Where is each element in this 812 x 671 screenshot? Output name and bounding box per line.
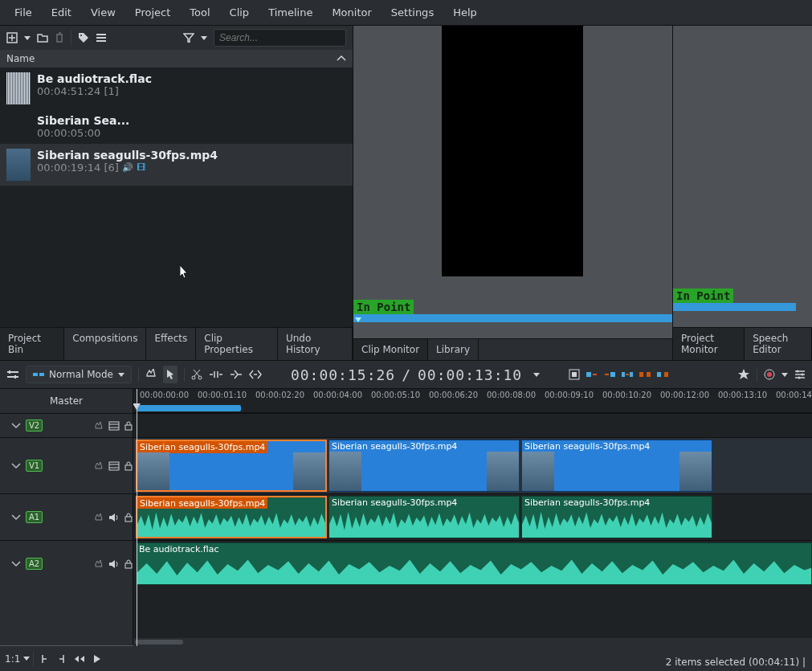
menu-monitor[interactable]: Monitor [322, 3, 381, 22]
collapse-icon[interactable] [337, 55, 346, 62]
tab-clip-properties[interactable]: Clip Properties [196, 328, 278, 360]
zone-out-icon[interactable] [604, 370, 615, 379]
collapse-icon[interactable] [11, 561, 21, 567]
cut-icon[interactable] [191, 369, 202, 380]
mute-icon[interactable] [108, 513, 120, 522]
fx-icon[interactable] [94, 559, 104, 569]
fx-icon[interactable] [94, 421, 104, 431]
menu-tool[interactable]: Tool [180, 3, 219, 22]
timeline-zone[interactable] [137, 405, 241, 411]
bin-header[interactable]: Name [0, 50, 353, 68]
menu-file[interactable]: File [5, 3, 42, 22]
search-input[interactable] [214, 29, 346, 47]
menu-edit[interactable]: Edit [42, 3, 81, 22]
track-lane-v1[interactable]: Siberian seagulls-30fps.mp4 Siberian sea… [133, 437, 812, 493]
bin-item[interactable]: Be audiotrack.flac 00:04:51:24 [1] [0, 68, 353, 109]
extract-icon[interactable] [622, 370, 633, 379]
track-header-v1[interactable]: V1 [0, 437, 133, 493]
track-header-a2[interactable]: A2 [0, 540, 133, 587]
mix-icon[interactable] [569, 369, 580, 380]
menu-settings[interactable]: Settings [382, 3, 443, 22]
monitor-scrubber[interactable] [353, 314, 672, 322]
set-in-icon[interactable] [37, 652, 51, 666]
playhead[interactable] [137, 389, 137, 646]
tab-compositions[interactable]: Compositions [64, 328, 146, 360]
scrollbar[interactable] [133, 638, 812, 646]
tab-library[interactable]: Library [428, 339, 479, 360]
menu-view[interactable]: View [81, 3, 125, 22]
collapse-icon[interactable] [11, 514, 21, 521]
insert-icon[interactable] [230, 370, 243, 379]
collapse-icon[interactable] [11, 463, 21, 469]
track-header-a1[interactable]: A1 [0, 493, 133, 540]
track-lane-a1[interactable]: Siberian seagulls-30fps.mp4 Siberian sea… [133, 493, 812, 540]
video-clip[interactable]: Siberian seagulls-30fps.mp4 [521, 440, 712, 492]
track-header-v2[interactable]: V2 [0, 413, 133, 437]
play-icon[interactable] [90, 652, 104, 666]
project-monitor[interactable]: In Point [673, 26, 812, 327]
fx-icon[interactable] [94, 461, 104, 471]
master-label[interactable]: Master [0, 389, 133, 413]
menu-timeline[interactable]: Timeline [259, 3, 322, 22]
filter-icon[interactable] [183, 33, 194, 43]
hamburger-icon[interactable] [96, 33, 107, 43]
tab-project-monitor[interactable]: Project Monitor [673, 328, 745, 360]
lock-icon[interactable] [124, 461, 133, 471]
delete-icon[interactable] [55, 32, 64, 43]
rewind-icon[interactable] [72, 652, 87, 666]
add-clip-dropdown-icon[interactable] [24, 36, 31, 40]
lock-icon[interactable] [124, 559, 133, 569]
lock-icon[interactable] [124, 421, 133, 431]
timeline-canvas[interactable]: 00:00:00:0000:00:01:1000:00:02:2000:00:0… [133, 389, 812, 646]
lift-icon[interactable] [639, 370, 651, 379]
filter-dropdown-icon[interactable] [201, 36, 207, 40]
lock-icon[interactable] [124, 513, 133, 522]
menu-help[interactable]: Help [443, 3, 487, 22]
bin-item[interactable]: Siberian seagulls-30fps.mp4 00:00:19:14 … [0, 144, 353, 186]
select-tool-icon[interactable] [163, 366, 177, 383]
zoom-dropdown-icon[interactable] [23, 657, 30, 661]
monitor-scrubber[interactable] [673, 303, 796, 311]
audio-clip[interactable]: Siberian seagulls-30fps.mp4 [136, 496, 327, 538]
tab-clip-monitor[interactable]: Clip Monitor [353, 339, 428, 360]
menu-clip[interactable]: Clip [220, 3, 259, 22]
folder-icon[interactable] [37, 33, 48, 43]
add-clip-icon[interactable] [6, 32, 18, 43]
menu-project[interactable]: Project [125, 3, 180, 22]
record-dropdown-icon[interactable] [781, 373, 788, 377]
bin-item[interactable]: Siberian Sea... 00:00:05:00 [0, 109, 353, 144]
scrub-playhead-icon[interactable] [355, 317, 361, 322]
video-clip[interactable]: Siberian seagulls-30fps.mp4 [328, 440, 520, 492]
mute-icon[interactable] [108, 559, 120, 569]
tag-icon[interactable] [78, 32, 89, 43]
clip-monitor[interactable]: In Point [353, 26, 672, 338]
favorite-icon[interactable] [737, 368, 750, 381]
timecode-dropdown-icon[interactable] [533, 373, 540, 377]
effects-icon[interactable] [145, 369, 157, 380]
film-icon[interactable] [108, 421, 120, 431]
collapse-icon[interactable] [11, 423, 21, 429]
tab-project-bin[interactable]: Project Bin [0, 328, 64, 360]
audio-clip[interactable]: Siberian seagulls-30fps.mp4 [328, 496, 520, 538]
film-icon[interactable] [108, 461, 120, 471]
set-out-icon[interactable] [55, 652, 69, 666]
track-lane-v2[interactable] [133, 413, 812, 437]
edit-mode-dropdown[interactable]: Normal Mode [26, 366, 132, 383]
tab-speech-editor[interactable]: Speech Editor [745, 328, 812, 360]
lift2-icon[interactable] [657, 370, 668, 379]
tab-undo-history[interactable]: Undo History [278, 328, 353, 360]
audio-clip[interactable]: Siberian seagulls-30fps.mp4 [521, 496, 712, 538]
zoom-label[interactable]: 1:1 [5, 653, 20, 665]
fx-icon[interactable] [94, 513, 104, 522]
tab-effects[interactable]: Effects [146, 328, 196, 360]
track-lane-a2[interactable]: Be audiotrack.flac [133, 540, 812, 587]
settings-icon[interactable] [794, 370, 806, 379]
zone-in-icon[interactable] [586, 370, 598, 379]
cursor-timecode[interactable]: 00:00:15:26 [291, 366, 395, 383]
video-clip[interactable]: Siberian seagulls-30fps.mp4 [136, 440, 327, 492]
record-icon[interactable] [764, 369, 775, 380]
track-config-icon[interactable] [6, 370, 19, 379]
audio-clip[interactable]: Be audiotrack.flac [136, 542, 812, 585]
spacer-icon[interactable] [209, 370, 223, 378]
overwrite-icon[interactable] [249, 370, 262, 379]
